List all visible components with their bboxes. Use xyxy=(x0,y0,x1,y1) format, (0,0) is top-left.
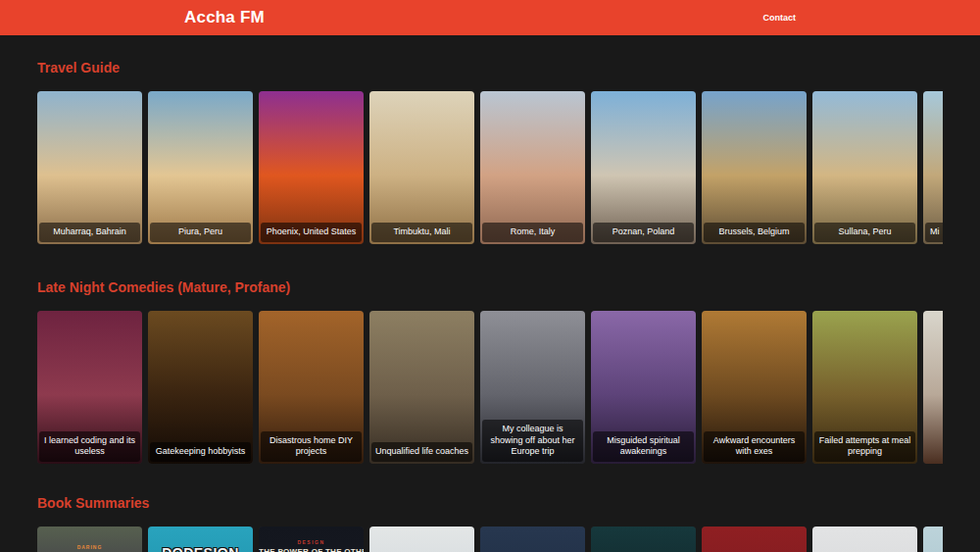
app-title: Accha FM xyxy=(184,8,265,27)
card[interactable]: Gatekeeping hobbyists xyxy=(148,311,253,464)
card-caption: Disastrous home DIY projects xyxy=(261,431,362,462)
card-caption: Piura, Peru xyxy=(150,223,251,242)
card-artwork xyxy=(702,91,807,244)
card[interactable]: Phoenix, United States xyxy=(259,91,364,244)
card-caption: Phoenix, United States xyxy=(261,223,362,242)
card[interactable]: Piura, Peru xyxy=(148,91,253,244)
card[interactable]: Brussels, Belgium xyxy=(702,91,807,244)
card-artwork: DODESION xyxy=(148,527,253,552)
card-caption: Rome, Italy xyxy=(482,223,583,242)
card[interactable]: I learned coding and its useless xyxy=(37,311,142,464)
card-caption: Unqualified life coaches xyxy=(371,442,472,462)
card[interactable]: Timbuktu, Mali xyxy=(369,91,474,244)
card-caption: Sullana, Peru xyxy=(814,223,915,242)
app-header: Accha FM Contact xyxy=(0,0,980,35)
card-artwork xyxy=(591,527,696,552)
card-caption: My colleague is showing off about her Eu… xyxy=(482,420,583,462)
card[interactable]: Rome, Italy xyxy=(480,91,585,244)
card[interactable] xyxy=(480,527,585,552)
card[interactable]: Poznan, Poland xyxy=(591,91,696,244)
card-caption: I learned coding and its useless xyxy=(39,431,140,462)
cover-text: DESIGN xyxy=(259,539,364,545)
section-late-night-comedies: Late Night Comedies (Mature, Profane) I … xyxy=(37,279,943,464)
card-caption: Timbuktu, Mali xyxy=(371,223,472,242)
card-row-late-night-comedies: I learned coding and its uselessGatekeep… xyxy=(37,311,943,464)
card[interactable]: Awkward encounters with exes xyxy=(702,311,807,464)
card-caption: Misguided spiritual awakenings xyxy=(593,431,694,462)
section-title-book-summaries: Book Summaries xyxy=(37,495,943,511)
card-caption: Poznan, Poland xyxy=(593,223,694,242)
card[interactable] xyxy=(923,527,943,552)
card[interactable]: Mi xyxy=(923,91,943,244)
card-artwork xyxy=(148,91,253,244)
header-inner: Accha FM Contact xyxy=(184,0,796,35)
card-artwork xyxy=(369,91,474,244)
card[interactable] xyxy=(702,527,807,552)
card[interactable]: Muharraq, Bahrain xyxy=(37,91,142,244)
card-artwork xyxy=(369,527,474,552)
card-artwork xyxy=(259,91,364,244)
main-content: Travel Guide Muharraq, BahrainPiura, Per… xyxy=(37,60,943,552)
card-artwork xyxy=(923,527,943,552)
card-artwork xyxy=(37,91,142,244)
card-row-travel-guide: Muharraq, BahrainPiura, PeruPhoenix, Uni… xyxy=(37,91,943,244)
card[interactable]: Disastrous home DIY projects xyxy=(259,311,364,464)
card-artwork xyxy=(923,91,943,244)
card[interactable]: Sullana, Peru xyxy=(812,91,917,244)
cover-text: DARING xyxy=(37,544,142,550)
card[interactable]: DODESION xyxy=(148,527,253,552)
card-artwork xyxy=(480,527,585,552)
card[interactable] xyxy=(369,527,474,552)
cover-text: THE POWER OF THE OTHER xyxy=(259,547,364,552)
card-artwork: DESIGNTHE POWER OF THE OTHER xyxy=(259,527,364,552)
cover-text: DODESION xyxy=(148,545,253,552)
card[interactable]: Failed attempts at meal prepping xyxy=(812,311,917,464)
card[interactable] xyxy=(591,527,696,552)
card-artwork: DARING xyxy=(37,527,142,552)
card-caption: Failed attempts at meal prepping xyxy=(814,431,915,462)
section-travel-guide: Travel Guide Muharraq, BahrainPiura, Per… xyxy=(37,60,943,244)
card-caption: Gatekeeping hobbyists xyxy=(150,442,251,462)
card-artwork xyxy=(148,311,253,464)
section-title-late-night-comedies: Late Night Comedies (Mature, Profane) xyxy=(37,279,943,295)
card-artwork xyxy=(369,311,474,464)
card[interactable]: DARING xyxy=(37,527,142,552)
card-caption: Muharraq, Bahrain xyxy=(39,223,140,242)
section-book-summaries: Book Summaries DARINGDODESIONDESIGNTHE P… xyxy=(37,495,943,552)
section-title-travel-guide: Travel Guide xyxy=(37,60,943,75)
card-caption: Mi xyxy=(925,223,943,242)
card-artwork xyxy=(702,527,807,552)
card[interactable]: My colleague is showing off about her Eu… xyxy=(480,311,585,464)
card-artwork xyxy=(591,91,696,244)
card-row-book-summaries: DARINGDODESIONDESIGNTHE POWER OF THE OTH… xyxy=(37,527,943,552)
card[interactable]: DESIGNTHE POWER OF THE OTHER xyxy=(259,527,364,552)
card[interactable]: Unqualified life coaches xyxy=(369,311,474,464)
card[interactable] xyxy=(923,311,943,464)
card-artwork xyxy=(923,311,943,464)
contact-link[interactable]: Contact xyxy=(763,13,797,23)
card-caption: Awkward encounters with exes xyxy=(704,431,805,462)
card-artwork xyxy=(812,527,917,552)
card[interactable] xyxy=(812,527,917,552)
card[interactable]: Misguided spiritual awakenings xyxy=(591,311,696,464)
card-caption: Brussels, Belgium xyxy=(704,223,805,242)
card-artwork xyxy=(480,91,585,244)
card-artwork xyxy=(812,91,917,244)
